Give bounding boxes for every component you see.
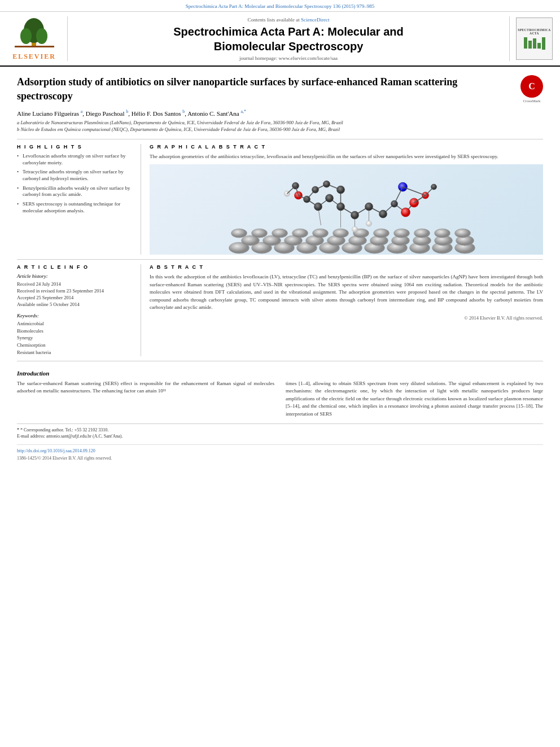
highlight-item-4: SERS spectroscopy is outstanding techniq… — [17, 201, 132, 214]
contents-line: Contents lists available at ScienceDirec… — [248, 17, 330, 23]
svg-point-39 — [435, 229, 450, 238]
authors-line: Aline Luciano Filgueiras a, Diego Pascho… — [17, 109, 543, 117]
bottom-issn: 1386-1425/© 2014 Elsevier B.V. All right… — [17, 456, 112, 461]
keyword-4: Chemisorption — [17, 342, 132, 349]
main-content: Adsorption study of antibiotics on silve… — [0, 67, 560, 466]
svg-point-38 — [414, 229, 430, 238]
svg-point-63 — [326, 194, 334, 202]
journal-logo-right: SPECTROCHIMICAACTA — [509, 16, 554, 61]
svg-point-67 — [323, 181, 330, 187]
svg-point-59 — [351, 211, 359, 219]
intro-right-text: times [1–4], allowing to obtain SERS spe… — [286, 381, 543, 417]
svg-point-61 — [379, 210, 387, 218]
svg-line-85 — [287, 186, 296, 194]
highlights-heading: H I G H L I G H T S — [17, 144, 132, 150]
history-accepted: Accepted 25 September 2014 — [17, 295, 132, 302]
svg-line-79 — [395, 187, 403, 204]
molecule-svg — [150, 164, 543, 255]
footnote-corresponding: * * Corresponding author. Tel.: +55 32 2… — [17, 427, 543, 433]
article-info-heading: A R T I C L E I N F O — [17, 264, 132, 270]
svg-point-33 — [313, 229, 329, 238]
svg-line-82 — [426, 187, 434, 195]
copyright-line: © 2014 Elsevier B.V. All rights reserved… — [150, 315, 543, 321]
footnote-email: E-mail address: antonio.sant@ufjf.edu.br… — [17, 433, 543, 439]
svg-point-29 — [231, 229, 247, 238]
svg-line-80 — [403, 187, 426, 195]
highlight-item-2: Tetracycline adsorbs strongly on silver … — [17, 169, 132, 182]
svg-point-2 — [20, 28, 32, 44]
article-history-title: Article history: — [17, 273, 132, 279]
logo-bars — [524, 37, 545, 50]
introduction-heading: Introduction — [17, 370, 543, 377]
highlights-list: Levofloxacin adsorbs strongly on silver … — [17, 153, 132, 215]
svg-point-74 — [366, 221, 372, 226]
keyword-5: Resistant bacteria — [17, 349, 132, 356]
journal-logo-box: SPECTROCHIMICAACTA — [516, 18, 553, 60]
page-wrapper: Spectrochimica Acta Part A: Molecular an… — [0, 0, 560, 466]
crossmark-area: C CrossMark — [520, 75, 543, 103]
crossmark-label: CrossMark — [520, 99, 543, 103]
svg-point-3 — [36, 28, 47, 44]
keyword-3: Synergy — [17, 334, 132, 342]
affiliation-b: b Núcleo de Estudos em Química computaci… — [17, 126, 543, 133]
affiliation-a: a Laboratório de Nanoestructuras Plasmôn… — [17, 120, 543, 126]
introduction-section: Introduction The surface-enhanced Raman … — [17, 370, 543, 418]
journal-header: ELSEVIER Contents lists available at Sci… — [0, 12, 560, 67]
molecule-image — [150, 164, 543, 255]
keywords-heading: Keywords: — [17, 313, 132, 318]
svg-text:C: C — [528, 81, 535, 91]
svg-point-31 — [272, 229, 288, 238]
svg-point-66 — [312, 186, 319, 193]
svg-point-60 — [365, 203, 373, 211]
svg-rect-4 — [15, 46, 54, 47]
svg-point-40 — [455, 229, 471, 238]
highlights-column: H I G H L I G H T S Levofloxacin adsorbs… — [17, 144, 141, 255]
elsevier-tree-icon — [12, 16, 57, 50]
journal-title: Spectrochimica Acta Part A: Molecular an… — [173, 24, 404, 54]
intro-left-col: The surface-enhanced Raman scattering (S… — [17, 380, 274, 418]
divider-3 — [17, 361, 543, 361]
svg-point-58 — [337, 203, 345, 211]
footnotes: * * Corresponding author. Tel.: +55 32 2… — [17, 423, 543, 439]
article-info-column: A R T I C L E I N F O Article history: R… — [17, 264, 141, 356]
graphical-abstract-column: G R A P H I C A L A B S T R A C T The ad… — [141, 144, 543, 255]
svg-point-37 — [394, 229, 410, 238]
elsevier-logo-area: ELSEVIER — [6, 16, 68, 61]
crossmark-icon: C — [520, 75, 543, 98]
abstract-text: In this work the adsorption of the antib… — [150, 273, 543, 312]
highlight-item-3: Benzylpenicillin adsorbs weakly on silve… — [17, 185, 132, 198]
keywords-list: Antimicrobial Biomolecules Synergy Chemi… — [17, 320, 132, 356]
keyword-2: Biomolecules — [17, 327, 132, 335]
journal-homepage: journal homepage: www.elsevier.com/locat… — [239, 55, 338, 61]
highlight-item-1: Levofloxacin adsorbs strongly on silver … — [17, 153, 132, 166]
svg-point-64 — [314, 203, 322, 211]
svg-point-32 — [292, 229, 308, 238]
svg-point-34 — [333, 229, 349, 238]
article-title: Adsorption study of antibiotics on silve… — [17, 75, 543, 103]
divider-1 — [17, 139, 543, 139]
doi-link[interactable]: http://dx.doi.org/10.1016/j.saa.2014.09.… — [17, 448, 543, 455]
sciencedirect-link[interactable]: ScienceDirect — [301, 17, 329, 23]
abstract-column: A B S T R A C T In this work the adsorpt… — [141, 264, 543, 356]
svg-point-73 — [352, 226, 358, 232]
highlights-graphical-section: H I G H L I G H T S Levofloxacin adsorbs… — [17, 144, 543, 255]
graphical-abstract-text: The adsorption geometries of the antibio… — [150, 153, 543, 160]
history-online: Available online 5 October 2014 — [17, 302, 132, 308]
graphical-abstract-heading: G R A P H I C A L A B S T R A C T — [150, 144, 543, 150]
svg-point-69 — [401, 208, 410, 217]
journal-citation-text: Spectrochimica Acta Part A: Molecular an… — [186, 3, 374, 9]
bottom-links: http://dx.doi.org/10.1016/j.saa.2014.09.… — [17, 444, 543, 461]
journal-header-center: Contents lists available at ScienceDirec… — [72, 16, 505, 61]
keyword-1: Antimicrobial — [17, 320, 132, 327]
svg-point-68 — [337, 186, 345, 194]
elsevier-brand-text: ELSEVIER — [12, 53, 56, 61]
intro-right-col: times [1–4], allowing to obtain SERS spe… — [286, 380, 543, 418]
affiliations: a Laboratório de Nanoestructuras Plasmôn… — [17, 120, 543, 133]
abstract-heading: A B S T R A C T — [150, 264, 543, 270]
divider-2 — [17, 259, 543, 260]
intro-left-text: The surface-enhanced Raman scattering (S… — [17, 381, 274, 394]
article-info-abstract-section: A R T I C L E I N F O Article history: R… — [17, 264, 543, 356]
svg-point-30 — [252, 229, 268, 238]
journal-citation-bar: Spectrochimica Acta Part A: Molecular an… — [0, 0, 560, 12]
introduction-text: The surface-enhanced Raman scattering (S… — [17, 380, 543, 418]
